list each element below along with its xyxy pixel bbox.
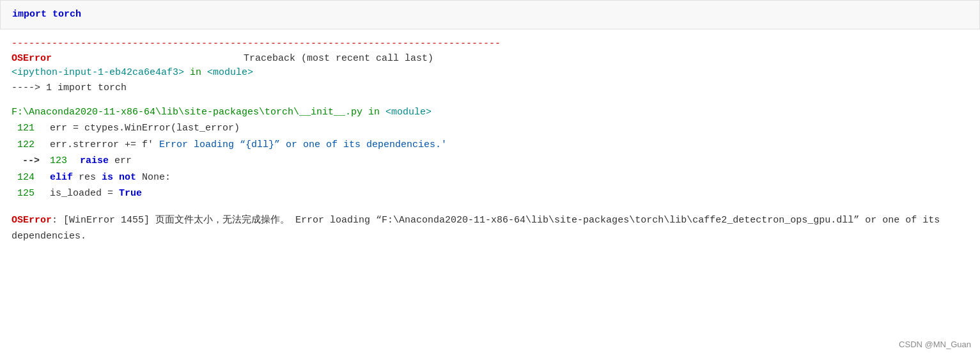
separator-line: ----------------------------------------… xyxy=(12,37,968,51)
final-error: OSError: [WinError 1455] 页面文件太小，无法完成操作。 … xyxy=(12,212,968,245)
line-num-121: 121 xyxy=(12,120,50,137)
module-ref-1: <module> xyxy=(207,67,253,78)
module-ref-2: <module> xyxy=(385,107,432,118)
error-type-label: OSError xyxy=(12,53,52,64)
line-num-122: 122 xyxy=(12,137,50,153)
line-arrow-123: --> xyxy=(12,153,50,169)
code-line-125: 125 is_loaded = True xyxy=(12,185,968,202)
line-num-123: 123 xyxy=(50,153,80,169)
file-ref-line1: <ipython-input-1-eb42ca6e4af3> in <modul… xyxy=(12,65,968,81)
code-line-121: 121 err = ctypes.WinError(last_error) xyxy=(12,120,968,137)
line-content-121: err = ctypes.WinError(last_error) xyxy=(50,120,240,137)
page-container: import torch ---------------------------… xyxy=(0,0,980,353)
line-content-123: raise err xyxy=(80,153,132,169)
line-num-124: 124 xyxy=(12,169,50,186)
final-error-message: : [WinError 1455] 页面文件太小，无法完成操作。 Error l… xyxy=(12,215,940,242)
code-cell: import torch xyxy=(0,0,980,29)
line-content-124: elif res is not None: xyxy=(50,169,171,186)
file-suffix-2: in xyxy=(362,107,385,118)
spacer-1 xyxy=(12,96,968,105)
traceback-header: OSError Traceback (most recent call last… xyxy=(12,53,968,64)
watermark: CSDN @MN_Guan xyxy=(0,336,980,353)
arrow-import-line: ----> 1 import torch xyxy=(12,81,968,96)
file-path-1: <ipython-input-1-eb42ca6e4af3> xyxy=(12,67,184,78)
file-ref-line2: F:\Anaconda2020-11-x86-64\lib\site-packa… xyxy=(12,105,968,120)
file-path-2: F:\Anaconda2020-11-x86-64\lib\site-packa… xyxy=(12,107,362,118)
line-content-122: err.strerror += f' Error loading “{dll}”… xyxy=(50,137,447,153)
final-error-type: OSError xyxy=(12,215,52,226)
file-suffix-1: in xyxy=(184,67,207,78)
error-output: ----------------------------------------… xyxy=(0,29,980,336)
traceback-label: Traceback (most recent call last) xyxy=(244,53,433,64)
line-num-125: 125 xyxy=(12,185,50,202)
code-line-124: 124 elif res is not None: xyxy=(12,169,968,186)
code-line-123: --> 123 raise err xyxy=(12,153,968,169)
code-line-122: 122 err.strerror += f' Error loading “{d… xyxy=(12,137,968,153)
code-block: 121 err = ctypes.WinError(last_error) 12… xyxy=(12,120,968,202)
keyword-import: import torch xyxy=(12,9,81,20)
line-content-125: is_loaded = True xyxy=(50,185,142,202)
